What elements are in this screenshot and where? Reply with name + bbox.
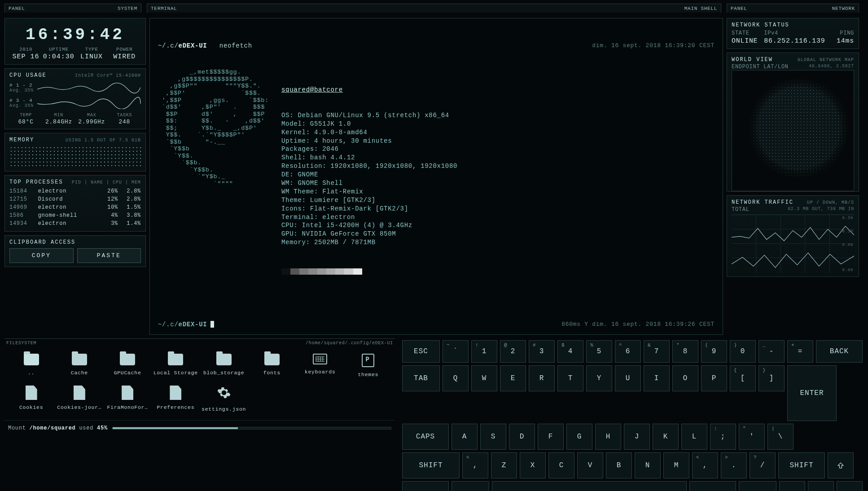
key-J[interactable]: J [624, 424, 650, 450]
key-Q[interactable]: Q [443, 365, 469, 391]
key-7[interactable]: &7 [644, 340, 670, 363]
key-Y[interactable]: Y [586, 365, 612, 391]
file-icon [122, 386, 133, 400]
globe-icon [732, 70, 854, 191]
key-punct[interactable]: >. [721, 452, 747, 478]
key-down-icon[interactable] [808, 481, 834, 491]
key-U[interactable]: U [615, 365, 641, 391]
key-`[interactable]: ~` [443, 340, 469, 363]
key-altgr[interactable]: ALT GR [689, 481, 736, 491]
key-bracket[interactable]: }] [758, 365, 785, 391]
world-view-panel: WORLD VIEWGLOBAL NETWORK MAP ENDPOINT LA… [727, 53, 859, 192]
table-row[interactable]: 1586gnome-shell4%3.8% [9, 211, 141, 219]
table-row[interactable]: 12715Discord12%2.8% [9, 195, 141, 203]
key-N[interactable]: N [635, 452, 661, 478]
traffic-chart: 0.30 0.30 0.00 0.00 [732, 215, 854, 273]
key-=[interactable]: += [787, 340, 813, 363]
key-5[interactable]: %5 [586, 340, 612, 363]
key-right-icon[interactable] [837, 481, 863, 491]
key-up-icon[interactable] [828, 452, 854, 478]
table-row[interactable]: 14934electron3%1.4% [9, 219, 141, 228]
key-A[interactable]: A [452, 424, 478, 450]
key-bracket[interactable]: {[ [730, 365, 756, 391]
key-ctrl-r[interactable]: CTRL [739, 481, 776, 491]
key-ctrl-l[interactable]: CTRL [402, 481, 449, 491]
key-2[interactable]: @2 [500, 340, 526, 363]
filesystem-panel: FILESYSTEM/home/squared/.config/eDEX-UI … [4, 338, 395, 491]
key-shift-l[interactable]: SHIFT [402, 452, 460, 478]
key-punct[interactable]: ?/ [750, 452, 776, 478]
fs-item[interactable]: .. [8, 351, 54, 380]
fs-item[interactable]: GPUCache [105, 351, 151, 380]
paste-button[interactable]: PASTE [77, 248, 141, 263]
key-back[interactable]: BACK [816, 340, 863, 363]
key-punct[interactable]: "' [739, 424, 765, 450]
fs-item[interactable]: FiraMonoFor… [105, 383, 151, 415]
key-3[interactable]: #3 [529, 340, 555, 363]
key-W[interactable]: W [471, 365, 497, 391]
key-8[interactable]: *8 [672, 340, 698, 363]
key-G[interactable]: G [566, 424, 592, 450]
fs-item[interactable]: fonts [249, 351, 295, 380]
key-6[interactable]: ^6 [615, 340, 641, 363]
key-space[interactable] [492, 481, 687, 491]
key-E[interactable]: E [500, 365, 526, 391]
network-status-panel: NETWORK STATUS STATEIPv4PING ONLINE86.25… [727, 18, 859, 49]
key-0[interactable]: )0 [730, 340, 756, 363]
fs-item[interactable]: themes [345, 351, 391, 380]
key-V[interactable]: V [577, 452, 603, 478]
clipboard-panel: CLIPBOARD ACCESS COPY PASTE [4, 235, 146, 267]
key-R[interactable]: R [529, 365, 555, 391]
terminal[interactable]: ~/.c/eDEX-UI neofetch dim. 16 sept. 2018… [149, 18, 723, 335]
file-icon [170, 386, 181, 400]
key-caps[interactable]: CAPS [402, 424, 449, 450]
key-L[interactable]: L [681, 424, 707, 450]
key-X[interactable]: X [520, 452, 546, 478]
table-row[interactable]: 14969electron10%1.5% [9, 203, 141, 211]
tab-terminal[interactable]: TERMINALMAIN SHELL [147, 4, 721, 13]
key-punct[interactable]: :; [710, 424, 736, 450]
fs-item[interactable]: Cookies [8, 383, 54, 415]
key-shift-r[interactable]: SHIFT [778, 452, 825, 478]
key-C[interactable]: C [548, 452, 574, 478]
key-punct[interactable]: <, [692, 452, 718, 478]
gear-icon [217, 386, 231, 400]
key-H[interactable]: H [595, 424, 621, 450]
key-lt[interactable]: <, [462, 452, 488, 478]
fs-item[interactable]: settings.json [201, 383, 247, 415]
key-left-icon[interactable] [779, 481, 805, 491]
fs-item[interactable]: Local Storage [153, 351, 199, 380]
fs-item[interactable]: keyboards [297, 351, 343, 380]
key-O[interactable]: O [672, 365, 698, 391]
key-9[interactable]: (9 [701, 340, 727, 363]
folder-icon [264, 354, 280, 365]
disk-usage-bar [112, 427, 391, 430]
key-esc[interactable]: ESC [402, 340, 440, 363]
key-M[interactable]: M [663, 452, 689, 478]
key-1[interactable]: !1 [471, 340, 497, 363]
fs-item[interactable]: Cache [56, 351, 102, 380]
tab-system[interactable]: PANELSYSTEM [4, 4, 141, 13]
key-T[interactable]: T [557, 365, 583, 391]
key-I[interactable]: I [644, 365, 670, 391]
copy-button[interactable]: COPY [9, 248, 74, 263]
key-K[interactable]: K [653, 424, 679, 450]
key-F[interactable]: F [538, 424, 564, 450]
key-fn[interactable]: FN [452, 481, 489, 491]
key--[interactable]: _- [758, 340, 785, 363]
key-P[interactable]: P [701, 365, 727, 391]
fs-item[interactable]: Preferences [153, 383, 199, 415]
key-B[interactable]: B [606, 452, 632, 478]
fs-item[interactable]: Cookies-jour… [56, 383, 102, 415]
key-Z[interactable]: Z [491, 452, 517, 478]
key-D[interactable]: D [509, 424, 535, 450]
key-enter[interactable]: ENTER [787, 365, 837, 421]
fs-item[interactable]: blob_storage [201, 351, 247, 380]
table-row[interactable]: 15184electron26%2.8% [9, 187, 141, 195]
key-4[interactable]: $4 [557, 340, 583, 363]
key-S[interactable]: S [480, 424, 506, 450]
tab-network[interactable]: PANELNETWORK [727, 4, 859, 13]
key-punct[interactable]: |\ [767, 424, 793, 450]
clock-panel: 16:39:42 2018SEP 16 UPTIME0:04:30 TYPELI… [4, 18, 146, 65]
key-tab[interactable]: TAB [402, 365, 440, 391]
